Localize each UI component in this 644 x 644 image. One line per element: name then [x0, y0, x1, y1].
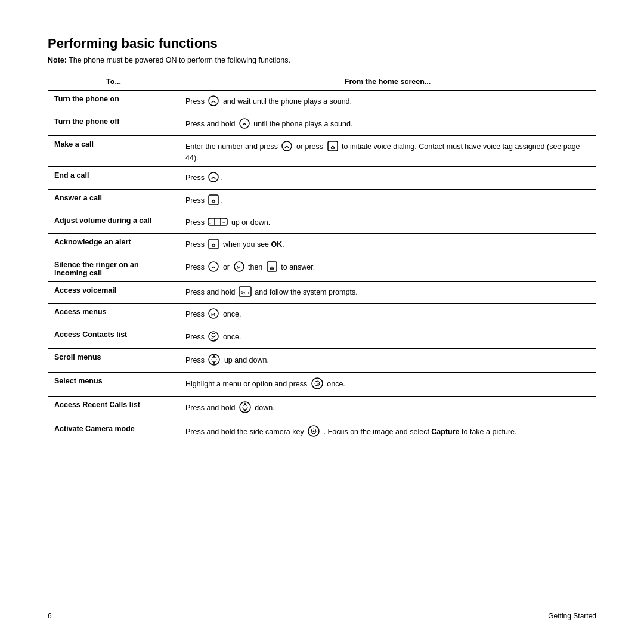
action-cell: Access menus — [48, 304, 179, 326]
instruction-cell: Press and hold until the phone plays a s… — [179, 113, 596, 136]
action-cell: Activate Camera mode — [48, 420, 179, 444]
vm-key-icon: 1vm — [239, 286, 252, 299]
action-cell: Turn the phone on — [48, 91, 179, 113]
ok-label: OK — [271, 240, 283, 249]
footer: 6 Getting Started — [48, 612, 596, 620]
instruction-cell: Press M once. — [179, 304, 596, 326]
ok-key-icon: OK — [311, 377, 324, 392]
end-key-icon — [281, 140, 293, 154]
svg-text:-: - — [209, 220, 211, 225]
end-key-icon — [208, 261, 219, 274]
svg-text:+: + — [222, 220, 225, 225]
end-key-icon — [239, 117, 250, 131]
nav-key-icon — [239, 401, 252, 416]
camera-key-icon — [307, 425, 320, 439]
instruction-cell: Press -+ up or down. — [179, 212, 596, 234]
menu-key-icon: M — [233, 261, 245, 274]
action-cell: Answer a call — [48, 190, 179, 212]
nav-key-icon — [208, 353, 221, 368]
action-cell: Access Contacts list — [48, 326, 179, 349]
svg-point-34 — [243, 405, 247, 410]
svg-marker-29 — [213, 362, 215, 364]
svg-point-25 — [212, 333, 215, 337]
contacts-key-icon — [208, 330, 219, 344]
table-row: Silence the ringer on an incoming call P… — [48, 256, 596, 282]
action-cell: Scroll menus — [48, 349, 179, 373]
note: Note: The phone must be powered ON to pe… — [48, 56, 596, 64]
action-cell: Silence the ringer on an incoming call — [48, 256, 179, 282]
page: Performing basic functions Note: The pho… — [0, 0, 644, 644]
table-row: Turn the phone off Press and hold until … — [48, 113, 596, 136]
instruction-cell: Press . — [179, 167, 596, 190]
instruction-cell: Highlight a menu or option and press OK … — [179, 373, 596, 397]
instruction-cell: Press or M then to answer. — [179, 256, 596, 282]
action-cell: Adjust volume during a call — [48, 212, 179, 234]
table-row: Answer a call Press . — [48, 190, 596, 212]
header-to: To... — [48, 73, 179, 91]
voice-key-icon — [327, 140, 339, 154]
note-label: Note: — [48, 56, 67, 64]
table-row: Adjust volume during a call Press -+ up … — [48, 212, 596, 234]
volume-key-icon: -+ — [208, 216, 228, 229]
action-cell: Access Recent Calls list — [48, 397, 179, 420]
page-number: 6 — [48, 612, 52, 620]
voice-key-icon — [266, 261, 278, 274]
instruction-cell: Press up and down. — [179, 349, 596, 373]
table-row: Acknowledge an alert Press when you see … — [48, 234, 596, 256]
svg-text:OK: OK — [315, 382, 320, 386]
svg-text:M: M — [211, 312, 215, 317]
header-from: From the home screen... — [179, 73, 596, 91]
instruction-cell: Press and hold 1vm and follow the system… — [179, 282, 596, 304]
functions-table: To... From the home screen... Turn the p… — [48, 73, 596, 444]
capture-label: Capture — [431, 428, 459, 436]
instruction-cell: Enter the number and press or press to i… — [179, 136, 596, 167]
table-row: Access Recent Calls list Press and hold … — [48, 397, 596, 420]
table-row: Make a call Enter the number and press o… — [48, 136, 596, 167]
instruction-cell: Press . — [179, 190, 596, 212]
end-key-icon — [208, 171, 219, 185]
action-cell: Acknowledge an alert — [48, 234, 179, 256]
voice-key-icon — [208, 194, 219, 208]
svg-text:1vm: 1vm — [241, 290, 249, 295]
instruction-cell: Press and wait until the phone plays a s… — [179, 91, 596, 113]
note-text: The phone must be powered ON to perform … — [67, 56, 290, 64]
table-row: Access voicemail Press and hold 1vm and … — [48, 282, 596, 304]
table-row: Activate Camera mode Press and hold the … — [48, 420, 596, 444]
table-row: Access menus Press M once. — [48, 304, 596, 326]
svg-marker-36 — [244, 410, 246, 412]
svg-point-27 — [212, 357, 216, 362]
voice-key-icon — [208, 238, 219, 252]
action-cell: End a call — [48, 167, 179, 190]
instruction-cell: Press and hold the side camera key . Foc… — [179, 420, 596, 444]
action-cell: Access voicemail — [48, 282, 179, 304]
table-row: Access Contacts list Press once. — [48, 326, 596, 349]
menu-key-icon: M — [208, 308, 219, 321]
svg-marker-28 — [213, 355, 215, 357]
action-cell: Make a call — [48, 136, 179, 167]
section-name: Getting Started — [548, 612, 596, 620]
action-cell: Turn the phone off — [48, 113, 179, 136]
table-row: End a call Press . — [48, 167, 596, 190]
end-key-icon — [208, 95, 219, 109]
svg-point-39 — [313, 431, 315, 432]
instruction-cell: Press and hold down. — [179, 397, 596, 420]
svg-marker-35 — [244, 402, 246, 405]
table-row: Turn the phone on Press and wait until t… — [48, 91, 596, 113]
table-row: Scroll menus Press up and down. — [48, 349, 596, 373]
action-cell: Select menus — [48, 373, 179, 397]
instruction-cell: Press when you see OK. — [179, 234, 596, 256]
page-title: Performing basic functions — [48, 36, 596, 51]
instruction-cell: Press once. — [179, 326, 596, 349]
table-row: Select menus Highlight a menu or option … — [48, 373, 596, 397]
svg-text:M: M — [237, 265, 241, 270]
